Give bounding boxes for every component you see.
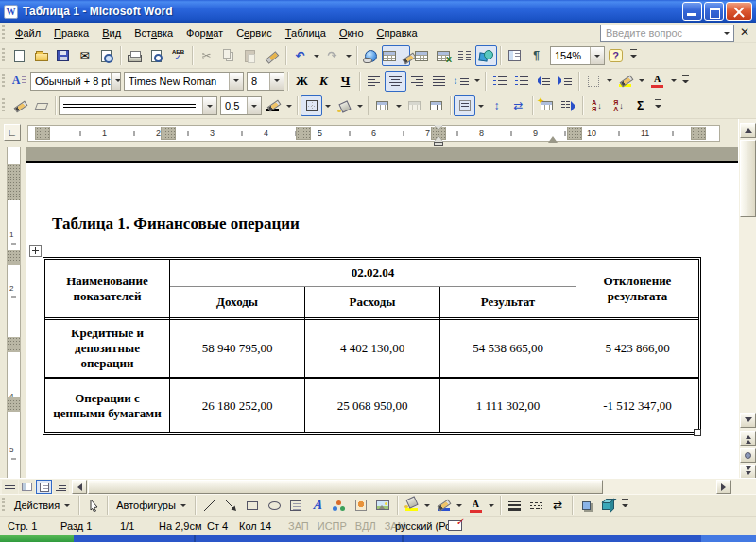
table-header-result[interactable]: Результат [440,287,576,320]
line-style-button[interactable] [504,495,525,516]
normal-view-button[interactable] [2,480,18,494]
table-cell[interactable]: 58 940 795,00 [170,320,305,379]
menubar-close-icon[interactable]: ✕ [740,25,749,39]
line-weight-select[interactable]: 0,5 [220,96,262,115]
vertical-scrollbar[interactable] [738,119,756,478]
table-row-label[interactable]: Операции с ценными бумагами [45,379,170,432]
menu-view[interactable]: Вид [95,25,128,42]
fill-color-dropdown[interactable] [422,495,433,516]
font-color-dropdown[interactable] [668,71,679,92]
show-hide-button[interactable]: ¶ [525,45,547,66]
border-dropdown[interactable] [604,71,614,92]
toolbar-grip[interactable] [2,74,5,89]
drawing-button[interactable] [475,45,497,66]
autosum-button[interactable]: Σ [629,95,651,116]
spelling-status-icon[interactable] [448,520,462,531]
font-color-button[interactable]: А [646,71,668,92]
table-column-marker[interactable] [567,127,582,140]
line-spacing-dropdown[interactable] [472,71,482,92]
scroll-up-button[interactable] [740,123,756,138]
highlight-dropdown[interactable] [636,71,646,92]
table-resize-handle[interactable] [694,429,701,436]
distribute-columns-button[interactable]: ⇄ [507,95,529,116]
insert-picture-button[interactable] [372,495,394,516]
open-button[interactable] [30,45,52,66]
menu-tools[interactable]: Сервис [230,25,279,42]
sort-descending-button[interactable]: ЯА↓ [608,95,629,116]
copy-button[interactable] [217,45,239,66]
line-tool-button[interactable] [198,495,220,516]
font-select[interactable]: Times New Roman [124,72,244,91]
line-style-dropdown-arrow[interactable] [202,97,216,114]
table-cell[interactable]: 26 180 252,00 [170,379,305,432]
line-style-select[interactable] [59,96,217,115]
outside-border-dropdown[interactable] [322,95,333,116]
line-weight-dropdown-arrow[interactable] [247,97,261,114]
clip-art-button[interactable] [351,495,372,516]
autoshapes-menu-button[interactable]: Автофигуры [111,496,192,515]
print-preview-button[interactable] [146,45,167,66]
table-cell[interactable]: 54 538 665,00 [440,320,576,379]
menu-insert[interactable]: Вставка [128,25,180,42]
table-column-marker[interactable] [296,127,311,140]
table-row-marker[interactable] [7,337,21,352]
zoom-dropdown-arrow[interactable] [590,47,604,64]
insert-excel-button[interactable]: X [432,45,454,66]
diagram-button[interactable] [329,495,351,516]
table-row-marker[interactable] [7,164,21,200]
insert-table-button[interactable] [410,45,432,66]
distribute-rows-button[interactable]: ↕ [486,95,507,116]
font-size-select[interactable]: 8 [247,72,284,91]
line-color-button[interactable] [433,495,455,516]
underline-button[interactable]: Ч [335,71,356,92]
table-header-income[interactable]: Доходы [170,287,305,320]
document-table-title[interactable]: Таблица 1. Финансовые операции [52,214,300,233]
restore-button[interactable] [704,2,724,21]
print-button[interactable] [124,45,146,66]
outline-view-button[interactable] [53,480,69,494]
previous-page-button[interactable] [740,431,756,446]
select-browse-object-button[interactable] [740,448,756,463]
table-column-marker[interactable] [35,127,50,140]
outside-border-button[interactable] [301,95,322,116]
scroll-left-button[interactable] [72,480,87,494]
select-objects-button[interactable] [82,495,104,516]
document-page[interactable]: Таблица 1. Финансовые операции Наименова… [26,163,738,478]
title-bar[interactable]: W Таблица 1 - Microsoft Word [0,0,756,23]
table-cell[interactable]: 25 068 950,00 [305,379,440,432]
toolbar-grip[interactable] [2,98,5,113]
insert-table-dropdown[interactable] [393,95,404,116]
highlight-button[interactable] [614,71,636,92]
menu-file[interactable]: Файл [9,25,47,42]
oval-tool-button[interactable] [264,495,285,516]
scroll-right-button[interactable] [716,480,731,494]
shading-color-button[interactable] [333,95,354,116]
table-row-marker[interactable] [7,397,21,412]
text-direction-button[interactable] [558,95,579,116]
table-cell[interactable]: 4 402 130,00 [305,320,440,379]
align-left-button[interactable] [363,71,385,92]
border-button[interactable] [582,71,604,92]
justify-button[interactable] [428,71,450,92]
align-center-button[interactable] [385,71,406,92]
menu-window[interactable]: Окно [333,25,370,42]
dash-style-button[interactable] [525,495,547,516]
toolbar-grip[interactable] [2,48,5,63]
spelling-button[interactable]: АБВ✓ [167,45,189,66]
menubar-grip[interactable] [2,25,5,41]
ask-question-dropdown[interactable] [720,25,733,41]
table-row-label[interactable]: Кредитные и депозитные операции [45,320,170,379]
paste-button[interactable] [239,45,261,66]
style-select[interactable]: Обычный + 8 pt [30,72,121,91]
arrow-style-button[interactable]: ⇄ [547,495,569,516]
table-autoformat-button[interactable]: ✦ [536,95,558,116]
merge-cells-button[interactable] [404,95,425,116]
status-toggle-ВДЛ[interactable]: ВДЛ [355,520,376,532]
menu-table[interactable]: Таблица [279,25,333,42]
cut-button[interactable]: ✂ [196,45,217,66]
right-indent-marker[interactable] [548,131,558,143]
numbered-list-button[interactable] [489,71,510,92]
format-painter-button[interactable] [261,45,283,66]
undo-dropdown[interactable] [311,45,321,66]
redo-button[interactable]: ↷ [321,45,343,66]
